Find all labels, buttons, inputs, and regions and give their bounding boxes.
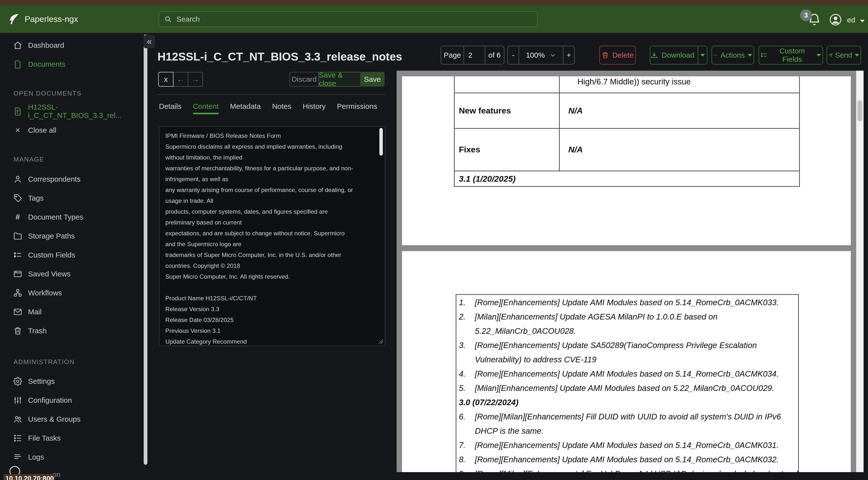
save-and-close-button[interactable]: Save & close — [318, 72, 361, 87]
tag-icon — [13, 193, 23, 203]
sidebar-item-storage-paths[interactable]: Storage Paths — [0, 227, 149, 245]
sidebar-item-label: Custom Fields — [28, 251, 75, 259]
sidebar-item-custom-fields[interactable]: Custom Fields — [0, 245, 149, 264]
sidebar-item-label: Users & Groups — [28, 415, 81, 423]
sidebar-item-mail[interactable]: Mail — [0, 302, 149, 321]
sidebar-item-close-all[interactable]: × Close all — [0, 121, 149, 140]
send-button[interactable]: Send — [827, 46, 861, 64]
close-document-button[interactable]: x — [158, 72, 174, 87]
delete-button[interactable]: Delete — [599, 46, 636, 64]
table-border — [454, 128, 800, 129]
zoom-in-button[interactable]: + — [563, 46, 574, 64]
tabbar-divider — [157, 94, 385, 95]
notification-badge: 3 — [800, 9, 812, 21]
sidebar-item-tags[interactable]: Tags — [0, 188, 149, 208]
sidebar-item-logs[interactable]: Logs — [0, 448, 149, 467]
content-scrollbar[interactable] — [379, 128, 383, 156]
sidebar-item-label: Trash — [28, 327, 47, 335]
paperless-app: Paperless-ngx 3 ed Dashboard Documents O… — [0, 0, 868, 480]
sidebar-item-users-groups[interactable]: Users & Groups — [0, 410, 149, 428]
tab-permissions[interactable]: Permissions — [337, 99, 377, 113]
tab-details[interactable]: Details — [159, 99, 182, 113]
sidebar-item-label: Configuration — [28, 396, 72, 404]
sidebar-item-settings[interactable]: Settings — [0, 372, 149, 391]
preview-scrollbar-thumb[interactable] — [858, 100, 862, 121]
sidebar-item-label: Correspondents — [28, 175, 81, 183]
list-item-wrap: DHCP is the same. — [459, 424, 798, 438]
custom-fields-icon — [761, 51, 768, 59]
sidebar-item-documents[interactable]: Documents — [0, 55, 149, 73]
custom-fields-button[interactable]: Custom Fields — [758, 46, 823, 64]
table-border — [559, 76, 560, 171]
user-menu-caret-icon[interactable] — [860, 20, 865, 22]
close-icon: × — [13, 125, 23, 135]
actions-menu-button[interactable]: Actions — [712, 46, 754, 64]
save-button[interactable]: Save — [360, 72, 384, 87]
administration-header: ADMINISTRATION — [0, 356, 149, 367]
workflow-boxes-icon — [13, 288, 23, 298]
download-button[interactable]: Download — [650, 46, 694, 64]
zoom-controls: - 100% + — [507, 46, 575, 64]
notifications-button[interactable]: 3 — [807, 12, 822, 27]
content-text: IPMI Firmware / BIOS Release Notes Form … — [165, 130, 375, 346]
pdf-preview-pane[interactable]: High/6.7 Middle)) security issue New fea… — [397, 71, 864, 472]
tab-content[interactable]: Content — [193, 99, 219, 113]
list-item: 1.[Rome][Enhancements] Update AMI Module… — [459, 295, 798, 310]
list-item-wrap: Vulnerability) to address CVE-119 — [459, 353, 798, 367]
window-icon — [13, 269, 23, 279]
sidebar-item-trash[interactable]: Trash — [0, 321, 149, 340]
username[interactable]: ed — [847, 16, 855, 24]
download-options-caret[interactable] — [698, 46, 707, 64]
search-icon — [164, 15, 172, 23]
sidebar-item-document-types[interactable]: # Document Types — [0, 208, 149, 227]
tab-metadata[interactable]: Metadata — [230, 99, 261, 113]
preview-scrollbar-track[interactable] — [856, 71, 864, 472]
release-notes-list: 1.[Rome][Enhancements] Update AMI Module… — [459, 295, 798, 472]
list-item: 4.[Rome][Enhancements] Update AMI Module… — [459, 367, 798, 381]
sidebar-item-file-tasks[interactable]: File Tasks — [0, 428, 149, 448]
user-avatar-icon[interactable] — [829, 13, 842, 26]
sidebar-item-label: File Tasks — [28, 434, 61, 442]
table-cell-overflow: High/6.7 Middle)) security issue — [578, 77, 691, 87]
document-tabs: Details Content Metadata Notes History P… — [159, 99, 377, 113]
sidebar-item-correspondents[interactable]: Correspondents — [0, 170, 149, 188]
save-button-group: Discard Save & close Save — [289, 72, 384, 87]
zoom-level-value: 100% — [526, 51, 545, 59]
manage-header: MANAGE — [0, 154, 149, 165]
tab-history[interactable]: History — [303, 99, 326, 113]
next-document-button[interactable]: → — [188, 72, 203, 87]
ellipsis-icon — [713, 52, 718, 59]
sidebar-collapse-button[interactable]: « — [144, 35, 155, 48]
sidebar-item-configuration[interactable]: Configuration — [0, 391, 149, 410]
sidebar-item-label: Tags — [28, 194, 43, 202]
download-split-button: Download — [650, 46, 707, 64]
sidebar-item-label: Workflows — [28, 289, 62, 297]
sidebar-scrollbar[interactable] — [144, 34, 147, 465]
page-navigation: Page of 6 — [441, 46, 504, 64]
global-search[interactable] — [159, 11, 537, 27]
textarea-resize-handle[interactable] — [378, 338, 383, 343]
gear-icon — [13, 377, 23, 386]
page-number-input[interactable] — [468, 51, 481, 60]
zoom-out-button[interactable]: - — [508, 46, 519, 64]
sidebar-item-dashboard[interactable]: Dashboard — [0, 36, 149, 55]
document-nav-buttons: x ← → — [158, 72, 203, 87]
tab-notes[interactable]: Notes — [272, 99, 291, 113]
sidebar-item-label: Documents — [28, 60, 65, 68]
sidebar-item-label: Settings — [28, 377, 55, 386]
table-cell-value: N/A — [568, 106, 583, 115]
sidebar-item-label: Mail — [28, 308, 41, 316]
table-border — [454, 93, 800, 93]
sidebar-item-workflows[interactable]: Workflows — [0, 283, 149, 302]
list-item-wrap: 5.22_MilanCrb_0ACOU028. — [459, 324, 798, 338]
person-icon — [13, 174, 23, 184]
sidebar-item-saved-views[interactable]: Saved Views — [0, 264, 149, 283]
sidebar-item-open-document[interactable]: H12SSL-i_C_CT_NT_BIOS_3.3_rel... — [0, 102, 149, 121]
table-version-row: 3.1 (1/20/2025) — [459, 174, 516, 184]
discard-button[interactable]: Discard — [289, 72, 319, 87]
previous-document-button[interactable]: ← — [173, 72, 188, 87]
search-input[interactable] — [176, 15, 532, 24]
table-border — [454, 186, 800, 187]
content-textarea[interactable]: IPMI Firmware / BIOS Release Notes Form … — [159, 126, 385, 346]
zoom-level-select[interactable]: 100% — [519, 46, 563, 64]
